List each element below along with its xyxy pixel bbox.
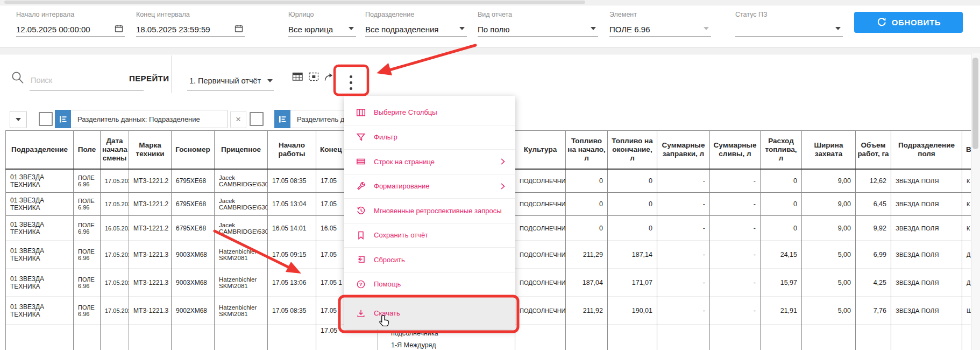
menu-item-label: Сохранить отчёт [374,231,428,239]
table-cell: 0 [566,169,608,192]
column-header[interactable]: Подразделение [6,131,74,170]
report-screen: Начало интервала 12.05.2025 00:00:00 Кон… [0,0,980,350]
column-header[interactable]: Суммарные сливы, л [710,131,761,170]
table-cell [566,325,608,350]
table-cell: - [710,241,761,269]
table-cell [215,325,268,350]
column-header[interactable]: Топливо на окончание, л [608,131,657,170]
table-cell: ПОДСОЛНЕЧНИК [515,297,566,325]
menu-item-instant-retro-queries[interactable]: Мгновенные ретроспективные запросы [344,198,515,223]
table-view-icon[interactable] [292,72,303,82]
menu-item-help[interactable]: ? Помощь [344,272,515,297]
column-header[interactable]: Ширина захвата [802,131,856,170]
refresh-button[interactable]: ОБНОВИТЬ [854,12,963,33]
calendar-icon[interactable] [234,24,244,33]
menu-item-save-report[interactable]: Сохранить отчёт [344,223,515,248]
chevron-down-icon [349,27,354,30]
menu-item-rows-per-page[interactable]: Строк на странице [344,149,515,174]
data-splitter-chip-1[interactable]: Разделитель данных: Подразделение [55,110,228,128]
filter-icon [356,132,366,142]
export-arrow-icon[interactable] [323,72,335,82]
menu-item-reset[interactable]: Сбросить [344,247,515,272]
column-header[interactable]: Объем работ, га [856,131,891,170]
table-cell: ПОДСОЛНЕЧНИК [515,215,566,241]
column-header[interactable]: Госномер [172,131,215,170]
splitter-checkbox-2[interactable] [250,112,264,126]
splitter-dropdown-button[interactable] [10,111,27,128]
column-header[interactable]: Суммарные заправки, л [657,131,710,170]
table-cell: 5,00 [802,241,856,269]
menu-item-label: Скачать [374,309,400,317]
end-interval-input[interactable]: 18.05.2025 23:59:59 [136,22,245,37]
report-type-select[interactable]: По полю [478,22,598,37]
chevron-right-icon [500,158,506,165]
calendar-icon[interactable] [114,24,124,33]
menu-item-download[interactable]: Скачать [344,296,515,330]
table-cell: - [657,269,710,297]
splitter-checkbox-1[interactable] [39,112,53,126]
go-button[interactable]: ПЕРЕЙТИ [129,74,169,83]
column-header[interactable]: Прицепное [215,131,268,170]
table-cell: ЗВЕЗДА ПОЛЯ [891,241,962,269]
filter-report-type: Вид отчета По полю [478,11,598,37]
chevron-right-icon [500,183,506,190]
vertical-scrollbar[interactable] [971,53,980,350]
table-cell: - [657,169,710,192]
report-selector[interactable]: 1. Первичный отчёт [187,71,274,91]
table-cell: 17.05 13:04 [268,192,316,215]
table-cell: ПОЛЕ 6.96 [74,297,101,325]
horizontal-scrollbar-top[interactable] [0,0,980,5]
table-cell: 171,07 [608,269,657,297]
table-cell: Hatzenbichler SKM\2081 [215,241,268,269]
menu-item-label: Фильтр [374,133,397,141]
kebab-dot [350,81,352,84]
table-cell: 5,00 [802,297,856,325]
menu-button[interactable] [346,68,357,93]
column-header[interactable]: Начало работы [268,131,316,170]
table-cell: 6,45 [856,192,891,215]
column-header[interactable]: Марка техники [129,131,172,170]
table-cell: 0 [761,169,802,192]
table-cell: 01 ЗВЕЗДА ТЕХНИКА [6,169,74,192]
kebab-dot [350,87,352,90]
start-interval-input[interactable]: 12.05.2025 00:00:00 [16,22,125,37]
column-header[interactable]: Дата начала смены [101,131,129,170]
table-cell: МТЗ-1221.3 [129,297,172,325]
table-cell: - [657,192,710,215]
table-cell: ПОЛЕ 6.96 [74,192,101,215]
table-cell [74,325,101,350]
scrollbar-thumb[interactable] [4,1,585,4]
subdivision-select[interactable]: Все подразделения [365,22,467,37]
svg-text:?: ? [359,281,363,287]
fixed-area-icon[interactable] [308,72,319,82]
column-header[interactable]: Культура [515,131,566,170]
legal-entity-select[interactable]: Все юрлица [288,22,356,37]
table-cell [101,325,129,350]
table-cell: Hatzenbichler SKM\2081 [215,269,268,297]
table-cell: 0 [608,215,657,241]
menu-item-filter[interactable]: Фильтр [344,125,515,150]
column-header[interactable]: Топливо на начало, л [566,131,608,170]
column-header[interactable]: Поле [74,131,101,170]
table-cell: 211,92 [566,297,608,325]
table-cell [710,325,761,350]
search-input[interactable] [30,70,144,91]
table-cell: 17.05.2025 [101,297,129,325]
remove-splitter-button[interactable]: × [230,111,246,128]
table-cell: ЗВЕЗДА ПОЛЯ [891,215,962,241]
splitter-icon [55,110,71,128]
chevron-down-icon [459,27,465,30]
filter-label: Вид отчета [478,11,598,18]
menu-item-formatting[interactable]: Форматирование [344,174,515,199]
scrollbar-thumb[interactable] [972,58,978,149]
chevron-down-icon [16,118,21,121]
filter-label: Статус ПЗ [735,11,843,18]
element-select[interactable]: ПОЛЕ 6.96 [609,22,711,37]
pz-status-select[interactable] [735,22,843,37]
column-header[interactable]: Расход топлива, л [761,131,802,170]
menu-item-choose-columns[interactable]: Выберите Столбцы [344,100,515,125]
annotation-arrowhead-1 [377,63,392,75]
refresh-icon [876,17,886,27]
column-header[interactable]: Подразделение поля [891,131,962,170]
table-cell [657,325,710,350]
